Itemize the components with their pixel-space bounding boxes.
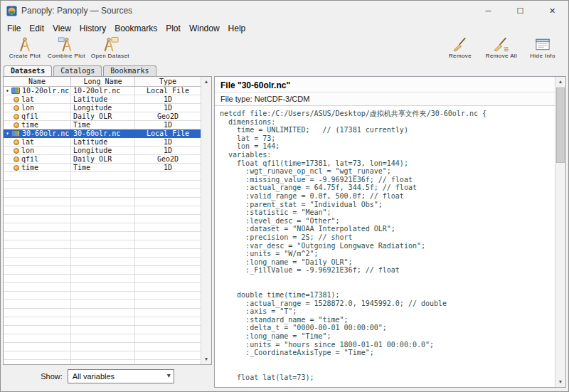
tree-empty-row — [4, 189, 201, 198]
tree-row-variable[interactable]: qfilDaily OLRGeo2D — [4, 112, 201, 121]
show-bar: Show: All variables ▾ — [3, 365, 212, 388]
tree-row-dataset[interactable]: ▾10-20olr.nc10-20olr.ncLocal File — [4, 87, 201, 95]
variable-icon — [14, 157, 19, 162]
show-variables-dropdown[interactable]: All variables ▾ — [68, 369, 174, 383]
cell-name: time — [4, 164, 71, 172]
cell-empty — [135, 275, 201, 283]
menu-window[interactable]: Window — [185, 22, 224, 35]
cell-empty — [135, 232, 201, 240]
cell-long-name: 30-60olr.nc — [71, 129, 135, 138]
cell-empty — [135, 189, 201, 198]
tree-empty-row — [4, 223, 201, 232]
cell-empty — [4, 258, 71, 266]
tree-row-variable[interactable]: latLatitude1D — [4, 138, 201, 147]
info-content[interactable]: netcdf file:/C:/Users/ASUS/Desktop/虚拟机共享… — [215, 106, 555, 387]
cell-empty — [4, 317, 71, 326]
cell-type: 1D — [135, 104, 201, 112]
sources-tree-table: Name Long Name Type ▾10-20olr.nc10-20olr… — [4, 77, 201, 364]
variable-icon — [14, 165, 19, 171]
cell-empty — [4, 309, 71, 317]
cell-name: lat — [4, 95, 71, 104]
window-controls: ─ ☐ ✕ — [472, 1, 568, 21]
cell-empty — [71, 343, 135, 351]
expand-arrow-icon[interactable]: ▾ — [4, 87, 11, 95]
tab-bookmarks[interactable]: Bookmarks — [103, 65, 156, 76]
cell-type: Local File — [135, 129, 201, 138]
cell-empty — [4, 215, 71, 223]
scroll-down-icon[interactable]: ▼ — [201, 354, 211, 364]
scroll-up-icon[interactable]: ▲ — [201, 77, 211, 87]
menu-history[interactable]: History — [75, 22, 110, 35]
tree-empty-row — [4, 232, 201, 240]
scrollbar-thumb[interactable] — [556, 88, 565, 163]
cell-empty — [4, 300, 71, 309]
chevron-down-icon: ▾ — [167, 371, 171, 379]
maximize-button[interactable]: ☐ — [504, 1, 536, 21]
tree-scrollbar[interactable]: ▲ ▼ — [201, 77, 211, 364]
tab-catalogs[interactable]: Catalogs — [53, 65, 102, 76]
column-header-name[interactable]: Name — [4, 77, 71, 86]
cell-name: lon — [4, 147, 71, 155]
scroll-up-icon[interactable]: ▲ — [555, 77, 565, 87]
expand-arrow-icon[interactable]: ▾ — [4, 129, 11, 137]
column-header-type[interactable]: Type — [135, 77, 201, 86]
remove-all-button[interactable]: Remove All — [483, 36, 520, 59]
info-scrollbar[interactable]: ▲ ▼ — [555, 77, 565, 387]
dataset-icon — [11, 88, 20, 94]
tree-row-variable[interactable]: qfilDaily OLRGeo2D — [4, 155, 201, 164]
menu-bookmarks[interactable]: Bookmarks — [110, 22, 161, 35]
cell-long-name: Time — [71, 164, 135, 172]
cell-empty — [135, 351, 201, 360]
tab-bar: DatasetsCatalogsBookmarks — [1, 64, 568, 76]
show-label: Show: — [41, 372, 63, 381]
menu-edit[interactable]: Edit — [25, 22, 48, 35]
tab-datasets[interactable]: Datasets — [4, 65, 52, 76]
variable-icon — [14, 148, 19, 154]
toolbar-left-group: Create PlotCombine PlotOpen Dataset — [6, 36, 131, 59]
tree-empty-row — [4, 334, 201, 343]
cell-empty — [71, 206, 135, 215]
cell-empty — [135, 343, 201, 351]
create-plot-button[interactable]: Create Plot — [6, 36, 43, 59]
remove-button[interactable]: Remove — [442, 36, 479, 59]
menu-view[interactable]: View — [48, 22, 75, 35]
cell-empty — [4, 266, 71, 275]
minimize-button[interactable]: ─ — [472, 1, 504, 21]
cell-name: qfil — [4, 155, 71, 164]
cell-empty — [71, 198, 135, 206]
cell-empty — [71, 249, 135, 258]
close-button[interactable]: ✕ — [536, 1, 568, 21]
tool-label: Combine Plot — [48, 53, 85, 59]
create-plot-icon — [16, 36, 34, 53]
tree-row-variable[interactable]: timeTime1D — [4, 121, 201, 129]
cell-long-name: Latitude — [71, 138, 135, 147]
cell-type: Geo2D — [135, 112, 201, 121]
tree-empty-row — [4, 240, 201, 249]
tree-row-variable[interactable]: latLatitude1D — [4, 95, 201, 104]
menu-help[interactable]: Help — [224, 22, 250, 35]
cell-long-name: Longitude — [71, 104, 135, 112]
menu-file[interactable]: File — [3, 22, 25, 35]
variable-icon — [14, 97, 19, 102]
info-file-type: File type: NetCDF-3/CDM — [215, 92, 555, 106]
cell-name: qfil — [4, 112, 71, 121]
column-header-long-name[interactable]: Long Name — [71, 77, 135, 86]
remove-icon — [451, 36, 469, 53]
tree-row-variable[interactable]: lonLongitude1D — [4, 104, 201, 112]
menu-plot[interactable]: Plot — [161, 22, 185, 35]
open-dataset-icon — [101, 36, 119, 53]
datasets-panel: Name Long Name Type ▾10-20olr.nc10-20olr… — [3, 76, 212, 388]
tree-row-dataset[interactable]: ▾30-60olr.nc30-60olr.ncLocal File — [4, 129, 201, 138]
cell-empty — [71, 172, 135, 181]
cell-empty — [4, 249, 71, 258]
combine-plot-button[interactable]: Combine Plot — [46, 36, 87, 59]
hide-info-button[interactable]: Hide Info — [524, 36, 561, 59]
open-dataset-button[interactable]: Open Dataset — [90, 36, 131, 59]
tree-row-variable[interactable]: lonLongitude1D — [4, 147, 201, 155]
cell-empty — [71, 309, 135, 317]
scroll-down-icon[interactable]: ▼ — [555, 377, 565, 387]
tree-row-variable[interactable]: timeTime1D — [4, 164, 201, 172]
cell-long-name: Longitude — [71, 147, 135, 155]
row-name: lon — [21, 104, 34, 112]
cell-empty — [71, 275, 135, 283]
